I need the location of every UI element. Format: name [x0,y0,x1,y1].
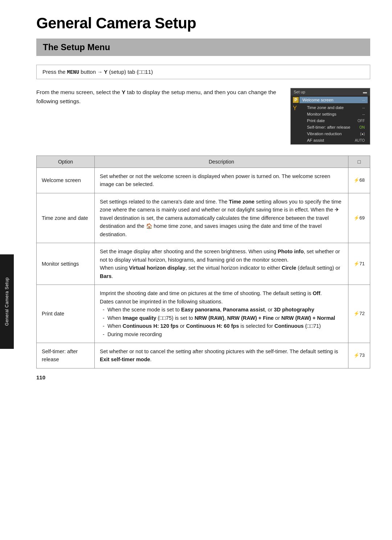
desc-timezone: Set settings related to the camera's dat… [95,193,348,243]
option-welcome-screen: Welcome screen [37,168,95,193]
page-container: General Camera Setup General Camera Setu… [0,0,392,402]
desc-self-timer: Set whether or not to cancel the setting… [95,343,348,368]
option-print-date: Print date [37,285,95,343]
table-header-option: Option [37,156,95,168]
ref-welcome-screen: ⚡68 [348,168,370,193]
table-row: Welcome screen Set whether or not the we… [37,168,370,193]
menu-y-icon: Y [293,105,297,112]
camera-menu-screenshot: Set up ▬ P Welcome screen -- Y Time zone… [290,88,370,145]
table-row: Self-timer: after release Set whether or… [37,343,370,368]
instruction-box: Press the MENU button → Y (setup) tab (□… [36,65,370,79]
desc-monitor-settings: Set the image display after shooting and… [95,243,348,285]
table-header-ref: □ [348,156,370,168]
section-header-title: The Setup Menu [43,42,364,52]
ref-monitor-settings: ⚡71 [348,243,370,285]
camera-menu-item-vibration: Vibration reduction (●) [298,130,368,137]
camera-menu-item-timezone: Time zone and date -- [298,104,368,111]
tab-icon: Y [104,69,107,75]
camera-menu-header: Set up ▬ [291,88,370,96]
table-row: Time zone and date Set settings related … [37,193,370,243]
side-tab-label: General Camera Setup [4,277,9,326]
ref-print-date: ⚡72 [348,285,370,343]
desc-print-date: Imprint the shooting date and time on pi… [95,285,348,343]
instruction-text: Press the MENU button → Y (setup) tab (□… [42,69,153,75]
camera-menu-item-monitor: Monitor settings -- [298,111,368,117]
option-timezone: Time zone and date [37,193,95,243]
ref-timezone: ⚡69 [348,193,370,243]
ref-self-timer: ⚡73 [348,343,370,368]
desc-welcome-screen: Set whether or not the welcome screen is… [95,168,348,193]
section-header: The Setup Menu [36,39,370,56]
camera-menu-item-selftimer: Self-timer: after release ON [298,124,368,130]
main-title: General Camera Setup [36,15,370,32]
camera-menu-title: Set up [294,90,305,94]
menu-p-icon: P [293,97,299,103]
option-self-timer: Self-timer: after release [37,343,95,368]
side-tab: General Camera Setup [0,254,14,349]
menu-label: MENU [67,69,79,75]
intro-text: From the menu screen, select the Y tab t… [36,88,279,106]
options-table: Option Description □ Welcome screen Set … [36,156,370,368]
camera-menu-item-afassist: AF assist AUTO [298,137,368,144]
camera-menu-item-welcome: Welcome screen -- [299,97,368,103]
camera-menu-item-printdate: Print date OFF [298,117,368,124]
table-row: Monitor settings Set the image display a… [37,243,370,285]
intro-section: From the menu screen, select the Y tab t… [36,88,370,145]
page-number: 110 [36,374,370,380]
page-ref: □□11 [138,69,151,75]
option-monitor-settings: Monitor settings [37,243,95,285]
camera-menu-battery: ▬ [363,90,367,94]
table-row: Print date Imprint the shooting date and… [37,285,370,343]
table-header-description: Description [95,156,348,168]
